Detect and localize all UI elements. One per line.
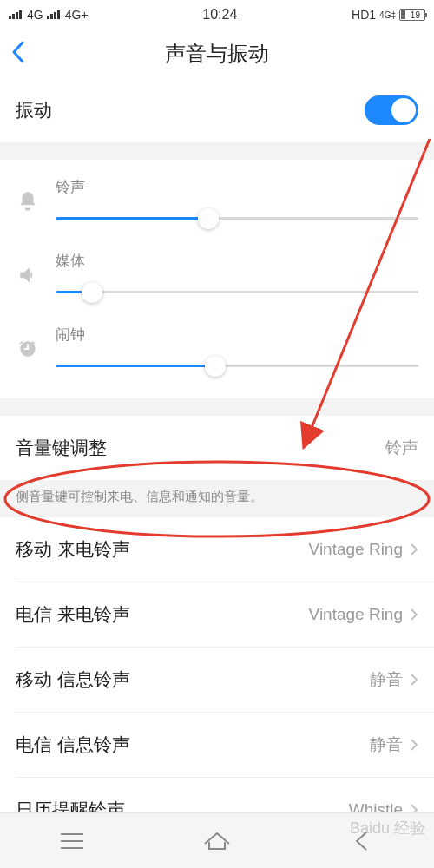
chevron-right-icon xyxy=(410,738,418,752)
ringtone-label: 移动 来电铃声 xyxy=(16,537,130,562)
status-right: HD1 4G‡ 19 xyxy=(352,8,425,22)
ringtone-label: 电信 信息铃声 xyxy=(16,733,130,757)
ringtone-value: Vintage Ring xyxy=(309,540,418,559)
network-1: 4G xyxy=(27,8,43,22)
media-slider[interactable] xyxy=(56,279,418,306)
alarm-slider[interactable] xyxy=(56,353,418,379)
vibration-toggle[interactable] xyxy=(365,95,418,125)
page-title: 声音与振动 xyxy=(165,40,269,68)
alarm-clock-icon xyxy=(16,337,40,361)
chevron-left-icon xyxy=(10,40,26,64)
ringtone-row-mobile_call[interactable]: 移动 来电铃声Vintage Ring xyxy=(0,517,434,582)
volume-key-label: 音量键调整 xyxy=(16,436,107,460)
ringtone-row-telecom_msg[interactable]: 电信 信息铃声静音 xyxy=(0,713,434,777)
ringtone-value: 静音 xyxy=(370,733,418,756)
section-gap xyxy=(0,142,434,160)
ringtone-slider[interactable] xyxy=(56,206,418,232)
battery-icon: 19 xyxy=(399,9,425,21)
status-left: 4G 4G+ xyxy=(9,8,89,22)
ringtone-row-mobile_msg[interactable]: 移动 信息铃声静音 xyxy=(0,648,434,712)
bell-icon xyxy=(16,189,40,214)
menu-icon xyxy=(59,832,85,851)
network-2: 4G+ xyxy=(65,8,89,22)
speaker-icon xyxy=(16,263,40,287)
volume-key-row[interactable]: 音量键调整 铃声 xyxy=(0,416,434,480)
alarm-slider-row: 闹钟 xyxy=(16,325,418,379)
chevron-right-icon xyxy=(410,673,418,687)
status-time: 10:24 xyxy=(202,7,237,23)
watermark: Baidu 经验 xyxy=(350,818,425,838)
ringtone-value: 静音 xyxy=(370,668,418,691)
media-slider-row: 媒体 xyxy=(16,251,418,306)
signal-bars-icon xyxy=(9,10,22,19)
ringtone-slider-row: 铃声 xyxy=(16,177,418,232)
ringtone-label: 电信 来电铃声 xyxy=(16,602,130,627)
volume-key-value: 铃声 xyxy=(385,437,418,459)
section-gap xyxy=(0,398,434,416)
home-icon xyxy=(202,830,232,852)
vibration-label: 振动 xyxy=(16,98,52,122)
nav-menu-button[interactable] xyxy=(37,824,107,858)
ringtone-slider-label: 铃声 xyxy=(56,177,418,197)
volume-sliders: 铃声 媒体 闹钟 xyxy=(0,160,434,398)
hd-indicator: HD1 xyxy=(352,8,376,22)
media-slider-label: 媒体 xyxy=(56,251,418,271)
volume-key-hint: 侧音量键可控制来电、信息和通知的音量。 xyxy=(0,480,434,517)
back-button[interactable] xyxy=(10,40,26,68)
page-header: 声音与振动 xyxy=(0,30,434,78)
ringtone-value: Vintage Ring xyxy=(309,605,418,624)
status-bar: 4G 4G+ 10:24 HD1 4G‡ 19 xyxy=(0,0,434,30)
chevron-right-icon xyxy=(410,608,418,621)
ringtone-label: 移动 信息铃声 xyxy=(16,667,130,692)
nav-home-button[interactable] xyxy=(182,824,252,858)
net-small: 4G‡ xyxy=(379,10,396,20)
alarm-slider-label: 闹钟 xyxy=(56,325,418,345)
signal-bars-icon xyxy=(47,10,60,19)
vibration-row[interactable]: 振动 xyxy=(0,78,434,142)
ringtone-row-telecom_call[interactable]: 电信 来电铃声Vintage Ring xyxy=(0,582,434,647)
chevron-right-icon xyxy=(410,542,418,556)
